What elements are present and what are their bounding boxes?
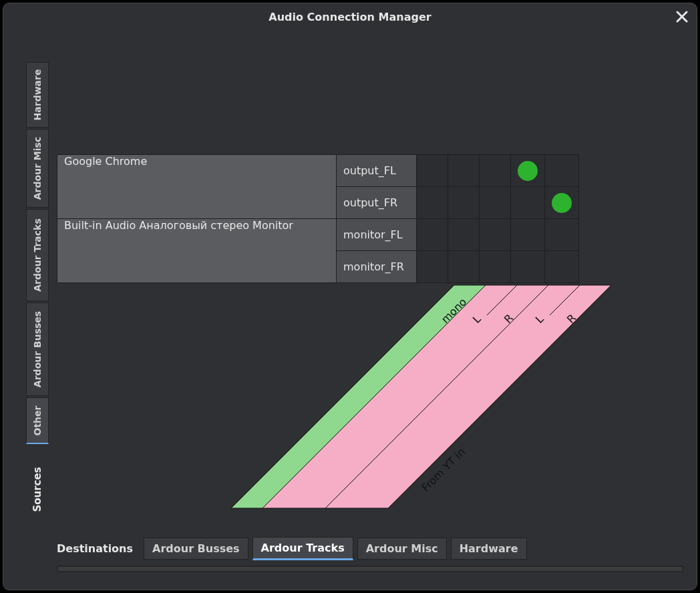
sources-axis-label: Sources [26, 456, 49, 523]
patch-grid: Google Chromeoutput_FLoutput_FRBuilt-in … [57, 154, 611, 283]
source-group-builtin-audio: Built-in Audio Аналоговый стерео Monitor [57, 219, 337, 283]
svg-text:mono: mono [439, 295, 469, 325]
patch-cell-builtin-audio-monitor_FL-to-guitar-2-L[interactable] [448, 219, 480, 251]
source-tab-ardour-misc[interactable]: Ardour Misc [26, 129, 49, 208]
patch-cell-builtin-audio-monitor_FR-to-from-yt-R[interactable] [545, 251, 579, 283]
source-group-google-chrome: Google Chrome [57, 155, 337, 219]
patch-cell-google-chrome-output_FR-to-from-yt-R[interactable] [545, 187, 579, 219]
svg-text:R: R [564, 312, 578, 326]
svg-text:R: R [502, 312, 516, 326]
horizontal-scrollbar[interactable] [57, 566, 683, 572]
patch-cell-builtin-audio-monitor_FL-to-from-yt-L[interactable] [511, 219, 545, 251]
svg-text:Guitar 2 in: Guitar 2 in [356, 445, 405, 494]
patch-cell-builtin-audio-monitor_FR-to-guitar-2-R[interactable] [480, 251, 511, 283]
body: Hardware Ardour Misc Ardour Tracks Ardou… [17, 42, 683, 576]
audio-connection-manager-window: Audio Connection Manager Hardware Ardour… [3, 3, 697, 590]
source-port-google-chrome-output_FL: output_FL [337, 155, 417, 187]
patch-cell-builtin-audio-monitor_FL-to-from-yt-R[interactable] [545, 219, 579, 251]
patch-cell-google-chrome-output_FR-to-guitar-1-mono[interactable] [417, 187, 448, 219]
patch-cell-google-chrome-output_FL-to-from-yt-L[interactable] [511, 155, 545, 187]
window-title: Audio Connection Manager [269, 11, 431, 23]
svg-text:L: L [470, 313, 484, 326]
destinations-axis-label: Destinations [57, 542, 133, 555]
dest-tab-ardour-busses[interactable]: Ardour Busses [144, 538, 248, 560]
svg-text:From YT in: From YT in [419, 445, 468, 494]
close-button[interactable] [674, 9, 690, 25]
patch-cell-google-chrome-output_FL-to-from-yt-R[interactable] [545, 155, 579, 187]
svg-text:L: L [533, 313, 546, 326]
patch-cell-builtin-audio-monitor_FL-to-guitar-2-R[interactable] [480, 219, 511, 251]
patch-cell-google-chrome-output_FL-to-guitar-2-R[interactable] [480, 155, 511, 187]
svg-marker-0 [231, 285, 486, 508]
svg-marker-3 [262, 285, 548, 508]
svg-line-10 [550, 285, 580, 315]
patch-table: Google Chromeoutput_FLoutput_FRBuilt-in … [57, 154, 579, 283]
patch-cell-builtin-audio-monitor_FR-to-guitar-1-mono[interactable] [417, 251, 448, 283]
source-port-google-chrome-output_FR: output_FR [337, 187, 417, 219]
dest-tab-ardour-tracks[interactable]: Ardour Tracks [252, 537, 353, 560]
source-tab-ardour-tracks[interactable]: Ardour Tracks [26, 209, 49, 301]
patch-cell-google-chrome-output_FR-to-from-yt-L[interactable] [511, 187, 545, 219]
svg-marker-8 [325, 285, 611, 508]
patch-cell-google-chrome-output_FR-to-guitar-2-R[interactable] [480, 187, 511, 219]
source-tab-ardour-busses[interactable]: Ardour Busses [26, 303, 49, 396]
scrollbar-thumb[interactable] [58, 567, 682, 571]
svg-text:Guitar 1 in: Guitar 1 in [309, 445, 358, 494]
patch-cell-google-chrome-output_FR-to-guitar-2-L[interactable] [448, 187, 480, 219]
patch-cell-builtin-audio-monitor_FR-to-from-yt-L[interactable] [511, 251, 545, 283]
patch-cell-builtin-audio-monitor_FR-to-guitar-2-L[interactable] [448, 251, 480, 283]
dest-tab-hardware[interactable]: Hardware [451, 538, 527, 560]
source-tab-other[interactable]: Other [26, 397, 49, 444]
patch-cell-builtin-audio-monitor_FL-to-guitar-1-mono[interactable] [417, 219, 448, 251]
patch-cell-google-chrome-output_FL-to-guitar-1-mono[interactable] [417, 155, 448, 187]
connection-dot [552, 193, 572, 213]
close-icon [676, 11, 688, 23]
dest-tab-ardour-misc[interactable]: Ardour Misc [357, 538, 447, 560]
connection-dot [518, 161, 538, 181]
patch-cell-google-chrome-output_FL-to-guitar-2-L[interactable] [448, 155, 480, 187]
source-port-builtin-audio-monitor_FL: monitor_FL [337, 219, 417, 251]
svg-line-5 [487, 285, 517, 315]
source-port-builtin-audio-monitor_FR: monitor_FR [337, 251, 417, 283]
destination-tab-row: Destinations Ardour Busses Ardour Tracks… [57, 537, 527, 560]
source-tab-hardware[interactable]: Hardware [26, 62, 49, 128]
titlebar: Audio Connection Manager [3, 3, 697, 30]
